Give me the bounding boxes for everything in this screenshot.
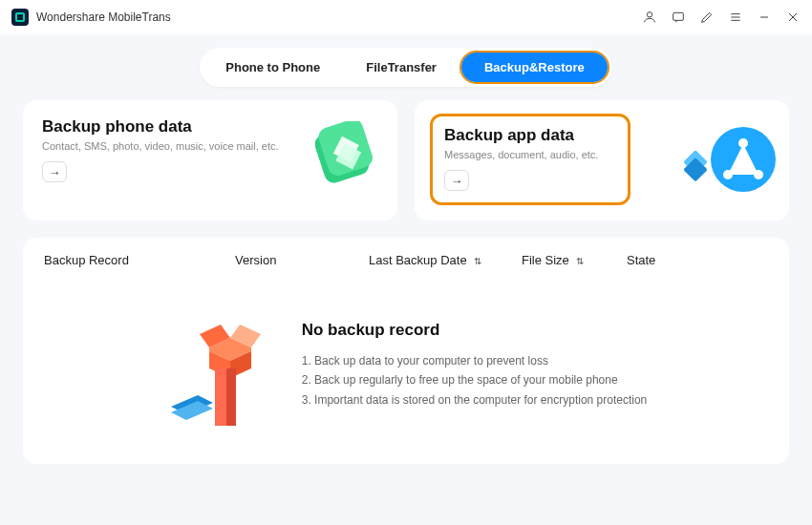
user-icon[interactable] <box>642 10 657 25</box>
card-app-highlight: Backup app data Messages, document, audi… <box>430 114 630 205</box>
tab-backup-highlight: Backup&Restore <box>459 51 609 84</box>
col-last-backup-date[interactable]: Last Backup Date ⇅ <box>369 253 512 267</box>
card-backup-phone-data[interactable]: Backup phone data Contact, SMS, photo, v… <box>23 100 397 220</box>
svg-point-13 <box>754 170 763 179</box>
cards-row: Backup phone data Contact, SMS, photo, v… <box>0 100 812 220</box>
svg-rect-1 <box>673 12 684 20</box>
col-backup-record[interactable]: Backup Record <box>44 253 225 267</box>
tab-phone-to-phone[interactable]: Phone to Phone <box>203 52 343 82</box>
titlebar-right <box>642 10 801 25</box>
card-app-sub: Messages, document, audio, etc. <box>444 149 616 160</box>
empty-title: No backup record <box>302 321 648 340</box>
card-backup-app-data[interactable]: Backup app data Messages, document, audi… <box>415 100 789 220</box>
tabs-pill: Phone to Phone FileTransfer Backup&Resto… <box>200 48 611 87</box>
app-logo-icon <box>11 9 29 26</box>
card-phone-go-button[interactable]: → <box>42 161 67 182</box>
app-title: Wondershare MobileTrans <box>36 10 171 24</box>
card-phone-art-icon <box>302 121 388 192</box>
titlebar-left: Wondershare MobileTrans <box>11 9 171 26</box>
empty-line-3: 3. Important data is stored on the compu… <box>302 390 648 410</box>
svg-point-11 <box>738 138 748 148</box>
col-size-label: File Size <box>522 253 569 267</box>
svg-rect-17 <box>226 368 236 426</box>
card-app-art-icon <box>684 121 780 201</box>
backup-list-panel: Backup Record Version Last Backup Date ⇅… <box>23 238 789 464</box>
card-app-title: Backup app data <box>444 126 616 145</box>
col-file-size[interactable]: File Size ⇅ <box>522 253 617 267</box>
empty-line-1: 1. Back up data to your computer to prev… <box>302 351 648 370</box>
col-state[interactable]: State <box>627 253 703 267</box>
sort-icon: ⇅ <box>474 256 481 266</box>
tab-file-transfer[interactable]: FileTransfer <box>343 52 459 82</box>
minimize-icon[interactable] <box>757 10 772 25</box>
close-icon[interactable] <box>785 10 801 25</box>
menu-icon[interactable] <box>728 10 743 25</box>
svg-point-12 <box>723 170 733 179</box>
svg-rect-16 <box>215 368 226 426</box>
empty-art-icon <box>165 321 275 435</box>
tabs-row: Phone to Phone FileTransfer Backup&Resto… <box>0 34 812 100</box>
feedback-icon[interactable] <box>671 10 686 25</box>
edit-icon[interactable] <box>699 10 715 25</box>
empty-state: No backup record 1. Back up data to your… <box>44 321 768 435</box>
tab-backup-restore[interactable]: Backup&Restore <box>461 52 608 82</box>
col-version[interactable]: Version <box>235 253 359 267</box>
card-app-go-button[interactable]: → <box>444 170 469 191</box>
titlebar: Wondershare MobileTrans <box>0 0 812 34</box>
list-header: Backup Record Version Last Backup Date ⇅… <box>44 253 768 267</box>
empty-text: No backup record 1. Back up data to your… <box>302 321 648 410</box>
empty-line-2: 2. Back up regularly to free up the spac… <box>302 370 648 389</box>
sort-icon: ⇅ <box>576 256 584 266</box>
col-date-label: Last Backup Date <box>369 253 467 267</box>
svg-point-0 <box>647 12 652 17</box>
